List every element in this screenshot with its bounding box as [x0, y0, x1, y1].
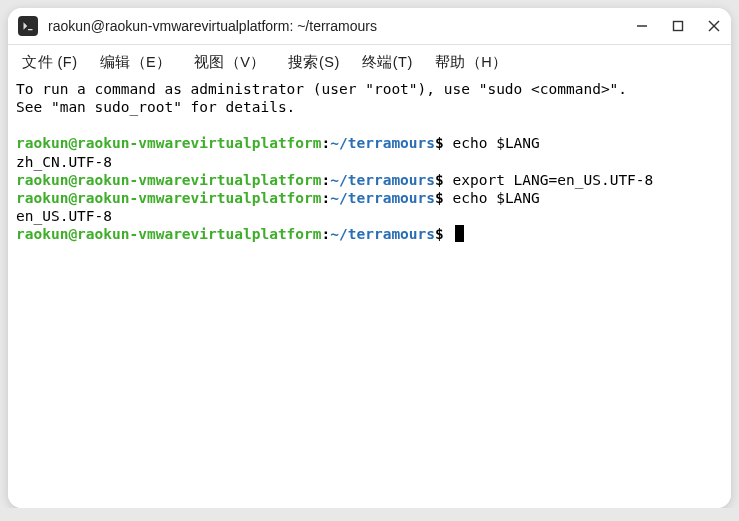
terminal-line: [16, 116, 723, 134]
terminal-line: en_US.UTF-8: [16, 207, 723, 225]
menu-file[interactable]: 文件 (F): [22, 53, 78, 72]
terminal-output-area[interactable]: To run a command as administrator (user …: [8, 78, 731, 508]
prompt-path: ~/terramours: [330, 135, 435, 151]
menu-help[interactable]: 帮助（H）: [435, 53, 508, 72]
prompt-dollar: $: [435, 172, 452, 188]
svg-rect-1: [674, 22, 683, 31]
prompt-dollar: $: [435, 190, 452, 206]
prompt-user: raokun@raokun-vmwarevirtualplatform: [16, 172, 322, 188]
terminal-line: raokun@raokun-vmwarevirtualplatform:~/te…: [16, 134, 723, 152]
prompt-colon: :: [322, 135, 331, 151]
motd-line: See "man sudo_root" for details.: [16, 99, 295, 115]
terminal-line: raokun@raokun-vmwarevirtualplatform:~/te…: [16, 171, 723, 189]
terminal-line: See "man sudo_root" for details.: [16, 98, 723, 116]
prompt-dollar: $: [435, 226, 452, 242]
menubar: 文件 (F) 编辑（E） 视图（V） 搜索(S) 终端(T) 帮助（H）: [8, 45, 731, 78]
cursor: [455, 225, 464, 242]
minimize-button[interactable]: [635, 19, 649, 33]
prompt-user: raokun@raokun-vmwarevirtualplatform: [16, 135, 322, 151]
terminal-line: raokun@raokun-vmwarevirtualplatform:~/te…: [16, 189, 723, 207]
command-text: echo $LANG: [453, 135, 540, 151]
prompt-colon: :: [322, 226, 331, 242]
prompt-path: ~/terramours: [330, 226, 435, 242]
menu-view[interactable]: 视图（V）: [194, 53, 266, 72]
prompt-user: raokun@raokun-vmwarevirtualplatform: [16, 226, 322, 242]
window-title: raokun@raokun-vmwarevirtualplatform: ~/t…: [48, 18, 635, 34]
terminal-line: zh_CN.UTF-8: [16, 153, 723, 171]
motd-line: To run a command as administrator (user …: [16, 81, 627, 97]
prompt-colon: :: [322, 190, 331, 206]
window-controls: [635, 19, 721, 33]
menu-terminal[interactable]: 终端(T): [362, 53, 413, 72]
prompt-colon: :: [322, 172, 331, 188]
menu-search[interactable]: 搜索(S): [288, 53, 340, 72]
prompt-user: raokun@raokun-vmwarevirtualplatform: [16, 190, 322, 206]
output-text: en_US.UTF-8: [16, 208, 112, 224]
terminal-line: To run a command as administrator (user …: [16, 80, 723, 98]
terminal-line: raokun@raokun-vmwarevirtualplatform:~/te…: [16, 225, 723, 243]
command-text: echo $LANG: [453, 190, 540, 206]
command-text: export LANG=en_US.UTF-8: [453, 172, 654, 188]
prompt-path: ~/terramours: [330, 172, 435, 188]
prompt-path: ~/terramours: [330, 190, 435, 206]
terminal-app-icon: [18, 16, 38, 36]
blank-line: [16, 117, 25, 133]
terminal-window: raokun@raokun-vmwarevirtualplatform: ~/t…: [8, 8, 731, 508]
titlebar: raokun@raokun-vmwarevirtualplatform: ~/t…: [8, 8, 731, 45]
output-text: zh_CN.UTF-8: [16, 154, 112, 170]
maximize-button[interactable]: [671, 19, 685, 33]
close-button[interactable]: [707, 19, 721, 33]
prompt-dollar: $: [435, 135, 452, 151]
menu-edit[interactable]: 编辑（E）: [100, 53, 172, 72]
